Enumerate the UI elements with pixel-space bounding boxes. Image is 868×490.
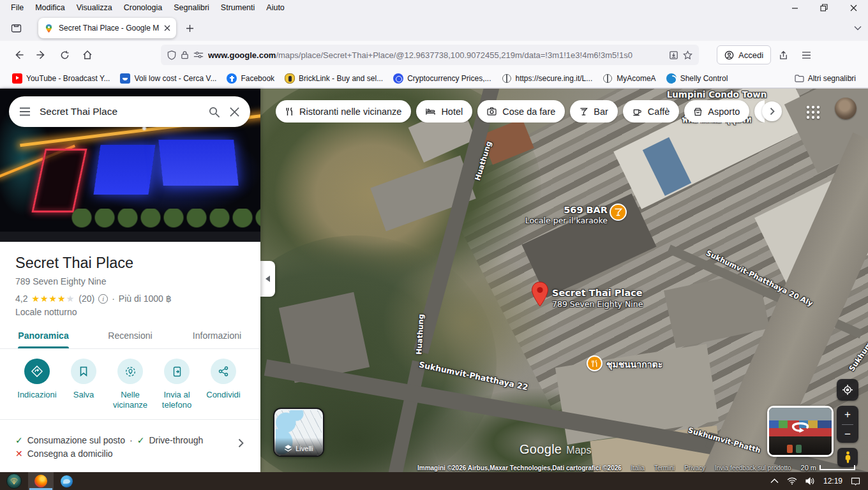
firefox-view-icon[interactable] bbox=[6, 19, 26, 38]
url-text[interactable]: www.google.com/maps/place/Secret+Thai+Pl… bbox=[208, 50, 664, 60]
tray-chevron-up-icon[interactable] bbox=[770, 479, 779, 484]
menu-view[interactable]: Visualizza bbox=[71, 1, 118, 14]
tab-recensioni[interactable]: Recensioni bbox=[87, 322, 174, 348]
restaurant-poi-icon[interactable] bbox=[587, 355, 602, 371]
attrib-privacy[interactable]: Privacy bbox=[684, 464, 705, 471]
review-count[interactable]: (20) bbox=[79, 293, 94, 304]
menu-help[interactable]: Aiuto bbox=[260, 1, 290, 14]
bookmark-shelly[interactable]: Shelly Control bbox=[662, 71, 733, 85]
taskbar-thunderbird-button[interactable] bbox=[54, 472, 79, 490]
maps-search-bar[interactable]: Secret Thai Place bbox=[9, 96, 250, 127]
zoom-out-button[interactable]: − bbox=[844, 429, 851, 440]
info-icon[interactable]: i bbox=[98, 294, 108, 304]
hamburger-menu-icon[interactable] bbox=[19, 107, 31, 116]
directions-button[interactable]: Indicazioni bbox=[14, 359, 60, 411]
menu-bookmarks[interactable]: Segnalibri bbox=[168, 1, 215, 14]
lock-icon[interactable] bbox=[181, 50, 189, 59]
attrib-italia[interactable]: Italia bbox=[631, 464, 645, 471]
tab-close-icon[interactable] bbox=[164, 25, 170, 31]
close-button[interactable] bbox=[839, 0, 868, 15]
save-button[interactable]: Salva bbox=[61, 359, 107, 411]
url-bar[interactable]: www.google.com/maps/place/Secret+Thai+Pl… bbox=[161, 45, 699, 65]
forward-button[interactable] bbox=[31, 45, 52, 65]
wifi-icon[interactable] bbox=[787, 477, 797, 485]
chips-next-button[interactable] bbox=[762, 101, 782, 121]
firefox-window: File Modifica Visualizza Cronologia Segn… bbox=[0, 0, 868, 490]
other-bookmarks-button[interactable]: Altri segnalibri bbox=[790, 72, 860, 85]
panel-collapse-button[interactable] bbox=[260, 261, 275, 297]
tab-list-chevron-icon[interactable] bbox=[854, 26, 862, 31]
chip-ristoranti[interactable]: Ristoranti nelle vicinanze bbox=[276, 100, 411, 122]
layers-control[interactable]: Livelli bbox=[273, 408, 324, 457]
street-view-thumbnail[interactable] bbox=[767, 406, 834, 457]
label-lumpini-condo[interactable]: Lumpini Condo Town bbox=[650, 89, 784, 100]
shield-icon[interactable] bbox=[167, 50, 176, 60]
camera-icon bbox=[487, 107, 497, 115]
bookmark-bricklink[interactable]: BrickLink - Buy and sel... bbox=[280, 71, 387, 85]
restore-button[interactable] bbox=[809, 0, 839, 15]
notification-center-icon[interactable] bbox=[851, 477, 860, 486]
tab-secret-thai-place[interactable]: Secret Thai Place - Google Map bbox=[38, 18, 176, 38]
search-input[interactable]: Secret Thai Place bbox=[40, 106, 199, 117]
chip-hotel[interactable]: Hotel bbox=[416, 100, 472, 122]
nearby-button[interactable]: Nelle vicinanze bbox=[107, 359, 153, 411]
label-569-bar[interactable]: 569 BAR bbox=[518, 205, 608, 215]
minimize-button[interactable] bbox=[780, 0, 809, 15]
menu-history[interactable]: Cronologia bbox=[118, 1, 168, 14]
home-button[interactable] bbox=[77, 45, 98, 65]
label-community[interactable]: ชุมชนนากาตะ bbox=[606, 357, 662, 371]
clear-search-icon[interactable] bbox=[229, 107, 240, 117]
share-button[interactable]: Condividi bbox=[200, 359, 246, 411]
start-button[interactable] bbox=[0, 472, 28, 490]
send-to-phone-button[interactable]: Invia al telefono bbox=[154, 359, 200, 411]
new-tab-button[interactable] bbox=[180, 19, 199, 38]
permissions-icon[interactable] bbox=[193, 51, 204, 59]
bookmark-youtube[interactable]: YouTube - Broadcast Y... bbox=[8, 71, 114, 85]
amenities-chevron-icon[interactable] bbox=[238, 438, 244, 448]
menu-edit[interactable]: Modifica bbox=[29, 1, 71, 14]
bar-poi-icon[interactable] bbox=[610, 204, 627, 221]
map-canvas[interactable]: Lumpini Condo Town พัทยาเหนือ-สุขุมวิท 5… bbox=[260, 89, 868, 472]
zoom-in-button[interactable]: + bbox=[844, 409, 851, 420]
back-button[interactable] bbox=[8, 45, 29, 65]
search-icon[interactable] bbox=[208, 106, 220, 118]
crypto-icon bbox=[393, 73, 403, 84]
menu-file[interactable]: File bbox=[5, 1, 29, 14]
chip-bar[interactable]: Bar bbox=[570, 100, 618, 122]
bookmark-cryptocurrency[interactable]: Cryptocurrency Prices,... bbox=[389, 71, 495, 85]
bookmark-star-icon[interactable] bbox=[683, 50, 692, 60]
imagery-credit: Immagini ©2026 Airbus,Maxar Technologies… bbox=[417, 464, 622, 471]
map-scale[interactable]: 20 m bbox=[801, 464, 855, 471]
reload-button[interactable] bbox=[54, 45, 75, 65]
place-marker-pin[interactable] bbox=[531, 281, 549, 307]
accedi-signin-button[interactable]: Accedi bbox=[717, 45, 771, 64]
chip-caffe[interactable]: Caffè bbox=[623, 100, 679, 122]
app-menu-icon[interactable] bbox=[795, 45, 817, 65]
account-avatar[interactable] bbox=[835, 98, 857, 119]
cross-icon: ✕ bbox=[15, 447, 23, 461]
chip-asporto[interactable]: Asporto bbox=[684, 100, 749, 122]
bookmark-myacomea[interactable]: MyAcomeA bbox=[598, 71, 660, 85]
price-level[interactable]: Più di 1000 ฿ bbox=[119, 293, 172, 304]
chip-cose-da-fare[interactable]: Cose da fare bbox=[477, 100, 565, 122]
my-location-button[interactable] bbox=[837, 379, 858, 401]
save-page-icon[interactable] bbox=[669, 50, 678, 60]
volume-icon[interactable] bbox=[805, 477, 815, 485]
bookmark-voli-low-cost[interactable]: Voli low cost - Cerca V... bbox=[116, 71, 221, 85]
attrib-termini[interactable]: Termini bbox=[654, 464, 675, 471]
bookmark-facebook[interactable]: Facebook bbox=[222, 71, 279, 85]
clock[interactable]: 12:19 bbox=[823, 477, 842, 486]
check-icon: ✓ bbox=[137, 434, 145, 447]
coffee-icon bbox=[632, 107, 642, 116]
share-icon[interactable] bbox=[772, 45, 794, 65]
taskbar-firefox-button[interactable] bbox=[28, 472, 54, 490]
menu-tools[interactable]: Strumenti bbox=[215, 1, 261, 14]
bookmark-ing[interactable]: https://secure.ing.it/L... bbox=[497, 71, 597, 85]
label-secret-thai-place[interactable]: Secret Thai Place bbox=[552, 288, 643, 298]
attrib-feedback[interactable]: Invia feedback sul prodotto bbox=[715, 464, 791, 471]
shelly-icon bbox=[666, 73, 677, 84]
google-apps-grid-icon[interactable] bbox=[805, 104, 821, 121]
tab-informazioni[interactable]: Informazioni bbox=[174, 322, 260, 348]
chevron-left-icon bbox=[262, 276, 270, 282]
tab-panoramica[interactable]: Panoramica bbox=[0, 322, 87, 348]
